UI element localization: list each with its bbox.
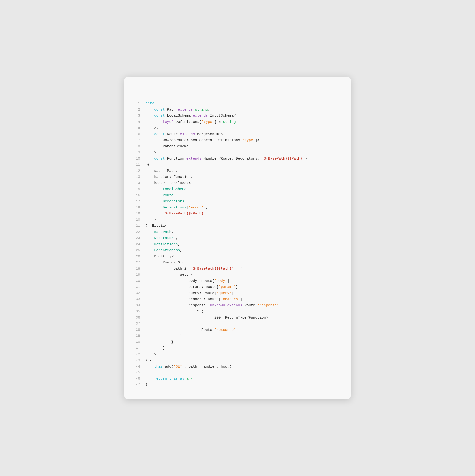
line-number: 21 (133, 223, 140, 229)
line-number: 44 (133, 364, 140, 370)
token: MergeSchema (197, 132, 221, 136)
token: const (146, 114, 167, 118)
line-content: return this as any (146, 375, 340, 382)
token: extends (180, 132, 197, 136)
token (146, 211, 163, 216)
token: extends (186, 156, 203, 161)
token (146, 364, 154, 369)
line-content: LocalSchema, (146, 186, 340, 192)
token: extends (178, 108, 195, 112)
token: return (154, 376, 169, 381)
line-content: body: Route['body'] (146, 278, 340, 284)
code-window: 1get<2 const Path extends string,3 const… (124, 77, 351, 399)
line-number: 18 (133, 205, 140, 211)
token: , path, handler, hook) (184, 364, 232, 369)
token: unknown (210, 303, 227, 307)
token: > (146, 352, 156, 357)
token: Decorators (146, 199, 184, 203)
code-line: 11>( (133, 162, 340, 168)
code-line: 34 response: unknown extends Route['resp… (133, 302, 340, 309)
token: ): (146, 224, 152, 228)
line-number: 36 (133, 315, 140, 321)
token: `${BasePath}${Path}` (163, 211, 206, 216)
token: >, (146, 126, 159, 130)
code-line: 20 > (133, 217, 340, 223)
line-content: response: unknown extends Route['respons… (146, 302, 340, 308)
code-line: 9 >, (133, 149, 340, 156)
line-number: 47 (133, 382, 140, 388)
token: ReturnType (225, 316, 247, 320)
line-content: query: Route['query'] (146, 290, 340, 296)
token: extends (227, 303, 244, 307)
token: Routes & { (146, 260, 184, 265)
code-line: 28 [path in `${BasePath}${Path}`]: { (133, 266, 340, 272)
line-number: 10 (133, 156, 140, 162)
line-content: const Route extends MergeSchema< (146, 131, 340, 137)
token: > (146, 218, 156, 222)
token: } (146, 383, 148, 387)
line-content: const Function extends Handler<Route, De… (146, 156, 340, 162)
token: Route (167, 132, 180, 136)
line-content: keyof Definitions['type'] & string (146, 119, 340, 125)
token: < (234, 114, 236, 118)
line-number: 27 (133, 260, 140, 266)
line-content: this.add('GET', path, handler, hook) (146, 364, 340, 370)
token: > (305, 156, 307, 161)
line-number: 13 (133, 174, 140, 180)
token: ] & (214, 120, 223, 124)
line-content: handler: Function, (146, 174, 340, 180)
token: , (178, 242, 180, 246)
token: , (186, 187, 188, 191)
line-content: const LocalSchema extends InputSchema< (146, 113, 340, 119)
token: BasePath (146, 230, 171, 234)
line-content: get: { (146, 272, 340, 278)
line-content: } (146, 382, 340, 388)
code-line: 10 const Function extends Handler<Route,… (133, 156, 340, 162)
line-content: path: Path, (146, 168, 340, 174)
token: } (146, 322, 208, 326)
line-number: 24 (133, 241, 140, 247)
code-line: 36 200: ReturnType<Function> (133, 315, 340, 321)
token: string (195, 108, 208, 112)
token: Definitions (176, 120, 199, 124)
token: LocalSchema, Definitions (188, 138, 240, 142)
token: Definitions (146, 205, 186, 210)
token: LocalSchema (146, 187, 186, 191)
token: < (171, 255, 174, 258)
token: , (184, 199, 186, 203)
code-line: 25 ParentSchema, (133, 247, 340, 254)
line-number: 34 (133, 303, 140, 309)
token: Route, Decorators, (221, 156, 262, 161)
code-line: 41 } (133, 345, 340, 351)
token: string (223, 120, 236, 124)
token: ], (203, 205, 208, 210)
line-content: : Route['response'] (146, 327, 340, 333)
token: : (146, 328, 201, 332)
token: this (169, 376, 180, 381)
token: Route (208, 297, 219, 301)
line-content: 200: ReturnType<Function> (146, 315, 340, 321)
token: [ (217, 285, 219, 289)
code-line: 27 Routes & { (133, 259, 340, 266)
token: 'response' (214, 328, 236, 332)
token: Route (146, 193, 174, 197)
code-line: 22 BasePath, (133, 229, 340, 235)
token: , (176, 169, 178, 173)
token: keyof (146, 120, 176, 124)
line-content: >, (146, 149, 340, 155)
line-content: hook?: LocalHook< (146, 180, 340, 186)
token: body: (146, 279, 201, 283)
line-number: 25 (133, 247, 140, 254)
line-content: >( (146, 162, 340, 168)
line-content: ? { (146, 308, 340, 314)
token: any (186, 376, 193, 381)
token: Path (167, 169, 176, 173)
line-content: } (146, 333, 340, 339)
line-number: 29 (133, 272, 140, 278)
line-number: 42 (133, 352, 140, 357)
line-content: Definitions, (146, 241, 340, 247)
code-line: 8 ParentSchema (133, 143, 340, 150)
code-line: 19 `${BasePath}${Path}` (133, 211, 340, 217)
token: get: { (146, 273, 193, 277)
code-line: 15 LocalSchema, (133, 186, 340, 192)
